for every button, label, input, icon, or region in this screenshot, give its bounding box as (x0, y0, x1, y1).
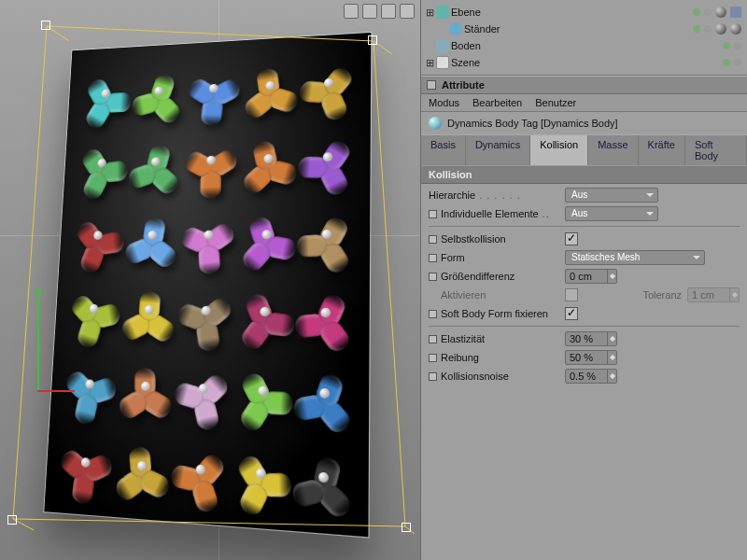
param-label: Individuelle Elemente (441, 208, 539, 219)
anim-toggle[interactable] (429, 235, 437, 244)
object-label: Szene (451, 57, 480, 68)
board-plane (44, 33, 371, 537)
tab-masse[interactable]: Masse (588, 135, 638, 165)
object-row-szene[interactable]: ⊞Szene (425, 54, 741, 71)
propeller (246, 53, 295, 119)
anim-toggle[interactable] (429, 310, 437, 318)
param-label: Größendifferenz (441, 271, 514, 282)
panel-icon (427, 80, 436, 90)
reibung-input[interactable]: 50 % (565, 350, 617, 365)
anim-toggle[interactable] (429, 273, 437, 281)
tab-basis[interactable]: Basis (421, 135, 466, 165)
anim-toggle[interactable] (429, 354, 437, 362)
object-row-ebene[interactable]: ⊞Ebene (425, 4, 741, 21)
form-dropdown[interactable]: Statisches Mesh (565, 250, 705, 265)
tab-dynamics[interactable]: Dynamics (466, 135, 530, 165)
knoise-input[interactable]: 0.5 % (565, 369, 617, 384)
param-hierarchie: Hierarchie. . . . . . Aus (429, 186, 740, 204)
x-axis-icon (37, 390, 75, 392)
object-row-boden[interactable]: Boden (425, 37, 741, 54)
propeller (302, 123, 353, 191)
param-groesse: Größendifferenz 0 cm (429, 267, 740, 286)
param-label: Reibung (441, 352, 479, 363)
header-label: Attribute (442, 79, 485, 91)
propeller (190, 56, 238, 120)
right-panel: ⊞Ebene Ständer Boden ⊞Szene Attribute Mo… (420, 0, 747, 560)
param-label: Selbstkollision (441, 233, 506, 245)
hierarchie-dropdown[interactable]: Aus (565, 188, 658, 203)
groesse-input[interactable]: 0 cm (565, 269, 617, 284)
propeller (132, 130, 180, 194)
rotate-icon[interactable] (362, 4, 377, 19)
anim-toggle[interactable] (429, 210, 437, 218)
propeller (234, 436, 288, 512)
param-aktivieren: Aktivieren Toleranz 1 cm (429, 286, 740, 304)
tab-kraefte[interactable]: Kräfte (639, 135, 685, 165)
selection-handle[interactable] (368, 35, 377, 45)
propeller (74, 203, 122, 268)
toleranz-input: 1 cm (687, 287, 740, 302)
propeller (236, 356, 289, 428)
propeller (117, 429, 168, 503)
selection-handle[interactable] (7, 515, 17, 525)
propeller (177, 354, 229, 426)
param-softfix: Soft Body Form fixieren (429, 304, 740, 323)
selection-handle[interactable] (402, 523, 411, 532)
move-icon[interactable] (344, 4, 359, 19)
param-label: Hierarchie (429, 189, 475, 201)
propeller (299, 278, 352, 349)
propeller (239, 277, 290, 347)
propeller-grid (61, 49, 354, 516)
selbstkollision-checkbox[interactable] (565, 232, 578, 245)
param-elastizitaet: Elastizität 30 % (429, 329, 740, 348)
propeller (241, 201, 292, 268)
viewport-tool-icons (344, 4, 415, 19)
param-label: Form (441, 252, 465, 263)
aktivieren-checkbox[interactable] (565, 288, 578, 301)
attributes-menu: Modus Bearbeiten Benutzer (421, 94, 747, 112)
elastizitaet-input[interactable]: 30 % (565, 331, 617, 346)
plane-icon (436, 6, 449, 19)
cylinder-icon (449, 22, 462, 35)
toleranz-label: Toleranz (642, 289, 682, 301)
tab-softbody[interactable]: Soft Body (685, 135, 747, 165)
y-axis-icon (37, 289, 39, 392)
section-kollision: Kollision (421, 165, 747, 184)
menu-benutzer[interactable]: Benutzer (535, 97, 576, 108)
viewport-3d[interactable] (0, 0, 420, 560)
propeller (298, 357, 351, 432)
propeller (243, 126, 293, 192)
param-reibung: Reibung 50 % (429, 348, 740, 367)
propeller (61, 427, 111, 498)
expand-icon[interactable]: ⊞ (425, 7, 434, 19)
param-label: Soft Body Form fixieren (441, 308, 548, 319)
anim-toggle[interactable] (429, 254, 437, 262)
attribute-tabs: Basis Dynamics Kollision Masse Kräfte So… (421, 134, 747, 165)
object-label: Boden (451, 40, 481, 51)
propeller (65, 351, 115, 420)
tag-label: Dynamics Body Tag [Dynamics Body] (447, 118, 618, 129)
propeller (296, 439, 350, 516)
param-kollisionsnoise: Kollisionsnoise 0.5 % (429, 367, 740, 385)
anim-toggle[interactable] (429, 335, 437, 343)
scene-icon (436, 56, 449, 69)
selection-handle[interactable] (41, 21, 50, 30)
view-icon[interactable] (400, 4, 415, 19)
individuelle-dropdown[interactable]: Aus (565, 206, 658, 221)
propeller (184, 202, 234, 268)
propeller (128, 203, 177, 268)
menu-modus[interactable]: Modus (429, 97, 459, 108)
board-object[interactable] (49, 30, 366, 515)
softfix-checkbox[interactable] (565, 307, 578, 320)
scale-icon[interactable] (381, 4, 396, 19)
menu-bearbeiten[interactable]: Bearbeiten (472, 97, 522, 108)
object-manager[interactable]: ⊞Ebene Ständer Boden ⊞Szene (421, 0, 747, 76)
anim-toggle[interactable] (429, 372, 437, 381)
propeller (180, 277, 231, 346)
params-panel: Hierarchie. . . . . . Aus Individuelle E… (421, 184, 747, 387)
expand-icon[interactable]: ⊞ (425, 57, 434, 69)
param-individuelle: Individuelle Elemente.. Aus (429, 204, 740, 223)
tab-kollision[interactable]: Kollision (530, 135, 588, 165)
object-row-staender[interactable]: Ständer (425, 21, 741, 37)
floor-icon (436, 39, 449, 52)
